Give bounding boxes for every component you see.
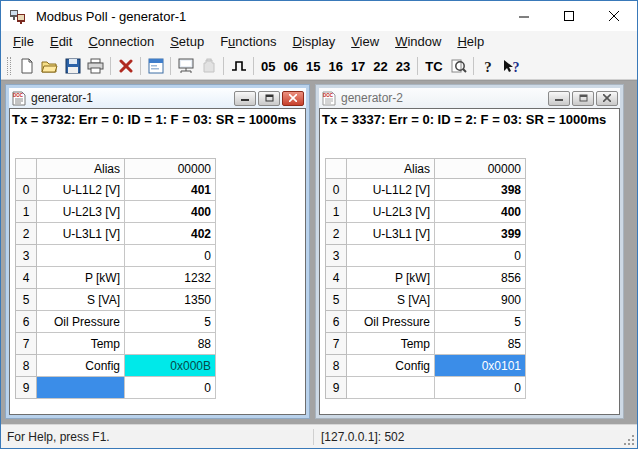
find-icon[interactable] <box>447 55 470 77</box>
row-number-cell[interactable]: 1 <box>16 201 37 223</box>
child-window-generator-1[interactable]: DOC generator-1 Tx = 3732: Err = 0: ID =… <box>6 85 309 418</box>
row-number-cell[interactable]: 9 <box>326 377 347 399</box>
row-number-cell[interactable]: 0 <box>326 179 347 201</box>
menu-functions[interactable]: Functions <box>212 32 284 52</box>
value-cell[interactable]: 402 <box>125 223 216 245</box>
value-cell[interactable]: 88 <box>125 333 216 355</box>
value-cell[interactable]: 0 <box>435 377 526 399</box>
child-minimize-button[interactable] <box>548 91 570 106</box>
child-close-button[interactable] <box>282 91 304 106</box>
value-cell[interactable]: 900 <box>435 289 526 311</box>
alias-cell[interactable] <box>37 377 125 399</box>
row-number-cell[interactable]: 4 <box>326 267 347 289</box>
menu-file[interactable]: File <box>5 32 42 52</box>
row-number-cell[interactable]: 8 <box>326 355 347 377</box>
alias-cell[interactable]: U-L1L2 [V] <box>347 179 435 201</box>
alias-cell[interactable]: S [VA] <box>347 289 435 311</box>
row-number-cell[interactable]: 9 <box>16 377 37 399</box>
menu-view[interactable]: View <box>343 32 387 52</box>
row-number-cell[interactable]: 5 <box>16 289 37 311</box>
child-restore-button[interactable] <box>572 91 594 106</box>
alias-cell[interactable]: P [kW] <box>347 267 435 289</box>
alias-cell[interactable]: Temp <box>37 333 125 355</box>
child-minimize-button[interactable] <box>234 91 256 106</box>
tc-button[interactable]: TC <box>421 57 446 76</box>
value-cell[interactable]: 0x0101 <box>435 355 526 377</box>
values-column-header[interactable]: 00000 <box>435 159 526 179</box>
save-icon[interactable] <box>61 55 84 77</box>
resize-grip[interactable] <box>622 433 636 447</box>
cancel-icon[interactable] <box>114 55 137 77</box>
new-file-icon[interactable] <box>15 55 38 77</box>
function-code-06-button[interactable]: 06 <box>279 57 301 76</box>
alias-cell[interactable] <box>347 245 435 267</box>
alias-cell[interactable]: U-L2L3 [V] <box>347 201 435 223</box>
minimize-button[interactable] <box>502 1 547 31</box>
context-help-icon[interactable]: ? <box>500 55 523 77</box>
function-code-22-button[interactable]: 22 <box>369 57 391 76</box>
alias-cell[interactable] <box>37 245 125 267</box>
alias-cell[interactable]: U-L2L3 [V] <box>37 201 125 223</box>
alias-cell[interactable]: P [kW] <box>37 267 125 289</box>
function-code-23-button[interactable]: 23 <box>392 57 414 76</box>
alias-cell[interactable]: Config <box>347 355 435 377</box>
open-file-icon[interactable] <box>38 55 61 77</box>
menu-connection[interactable]: Connection <box>80 32 162 52</box>
value-cell[interactable]: 1350 <box>125 289 216 311</box>
value-cell[interactable]: 1232 <box>125 267 216 289</box>
pulse-icon[interactable] <box>227 55 250 77</box>
value-cell[interactable]: 400 <box>435 201 526 223</box>
value-cell[interactable]: 399 <box>435 223 526 245</box>
row-number-cell[interactable]: 8 <box>16 355 37 377</box>
alias-cell[interactable] <box>347 377 435 399</box>
row-number-cell[interactable]: 7 <box>326 333 347 355</box>
maximize-button[interactable] <box>547 1 592 31</box>
value-cell[interactable]: 0x000B <box>125 355 216 377</box>
row-number-cell[interactable]: 4 <box>16 267 37 289</box>
value-cell[interactable]: 0 <box>435 245 526 267</box>
menu-window[interactable]: Window <box>387 32 449 52</box>
display-setup-icon[interactable] <box>144 55 167 77</box>
read-write-definition-icon[interactable] <box>174 55 197 77</box>
child-close-button[interactable] <box>596 91 618 106</box>
row-number-cell[interactable]: 2 <box>326 223 347 245</box>
alias-cell[interactable]: U-L3L1 [V] <box>347 223 435 245</box>
value-cell[interactable]: 401 <box>125 179 216 201</box>
row-number-cell[interactable]: 3 <box>16 245 37 267</box>
value-cell[interactable]: 0 <box>125 245 216 267</box>
row-number-cell[interactable]: 3 <box>326 245 347 267</box>
value-cell[interactable]: 0 <box>125 377 216 399</box>
help-icon[interactable]: ? <box>477 55 500 77</box>
child-titlebar[interactable]: DOC generator-2 <box>319 88 620 108</box>
alias-cell[interactable]: U-L3L1 [V] <box>37 223 125 245</box>
row-number-cell[interactable]: 7 <box>16 333 37 355</box>
alias-cell[interactable]: Temp <box>347 333 435 355</box>
menu-edit[interactable]: Edit <box>42 32 80 52</box>
value-cell[interactable]: 398 <box>435 179 526 201</box>
close-button[interactable] <box>592 1 637 31</box>
function-code-15-button[interactable]: 15 <box>302 57 324 76</box>
value-cell[interactable]: 856 <box>435 267 526 289</box>
row-number-cell[interactable]: 0 <box>16 179 37 201</box>
child-restore-button[interactable] <box>258 91 280 106</box>
alias-cell[interactable]: Config <box>37 355 125 377</box>
value-cell[interactable]: 5 <box>435 311 526 333</box>
toolbar-grip[interactable] <box>7 57 11 75</box>
alias-cell[interactable]: Oil Pressure <box>37 311 125 333</box>
alias-cell[interactable]: Oil Pressure <box>347 311 435 333</box>
alias-cell[interactable]: S [VA] <box>37 289 125 311</box>
value-cell[interactable]: 400 <box>125 201 216 223</box>
row-number-cell[interactable]: 2 <box>16 223 37 245</box>
menu-display[interactable]: Display <box>285 32 344 52</box>
print-icon[interactable] <box>84 55 107 77</box>
child-window-generator-2[interactable]: DOC generator-2 Tx = 3337: Err = 0: ID =… <box>316 85 623 418</box>
menu-help[interactable]: Help <box>449 32 492 52</box>
menu-setup[interactable]: Setup <box>162 32 212 52</box>
alias-column-header[interactable]: Alias <box>37 159 125 179</box>
function-code-05-button[interactable]: 05 <box>257 57 279 76</box>
row-number-cell[interactable]: 5 <box>326 289 347 311</box>
child-titlebar[interactable]: DOC generator-1 <box>9 88 306 108</box>
row-number-cell[interactable]: 6 <box>326 311 347 333</box>
row-number-cell[interactable]: 6 <box>16 311 37 333</box>
function-code-17-button[interactable]: 17 <box>347 57 369 76</box>
